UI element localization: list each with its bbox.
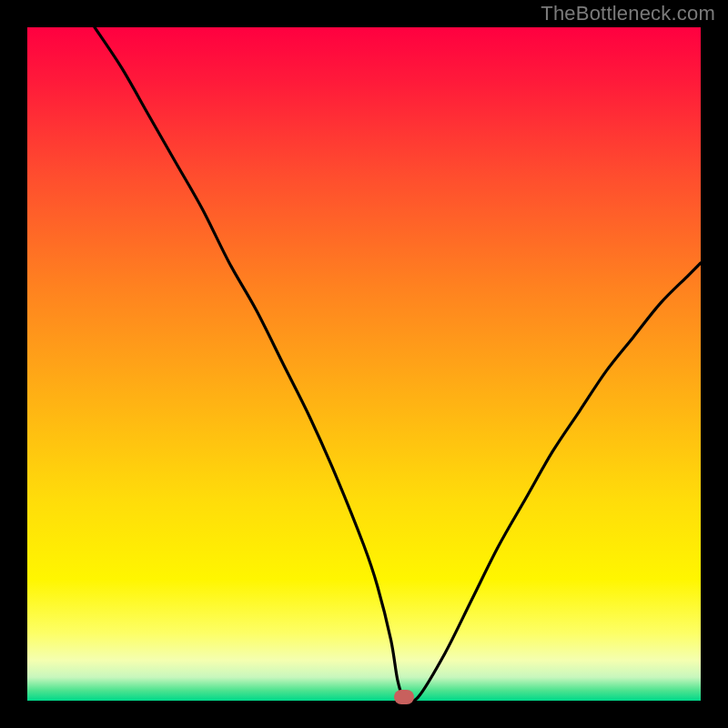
plot-area xyxy=(27,27,701,701)
chart-svg xyxy=(27,27,701,701)
watermark-text: TheBottleneck.com xyxy=(541,2,715,25)
chart-frame: TheBottleneck.com xyxy=(0,0,728,728)
optimum-marker xyxy=(394,690,414,704)
gradient-background xyxy=(27,27,701,701)
